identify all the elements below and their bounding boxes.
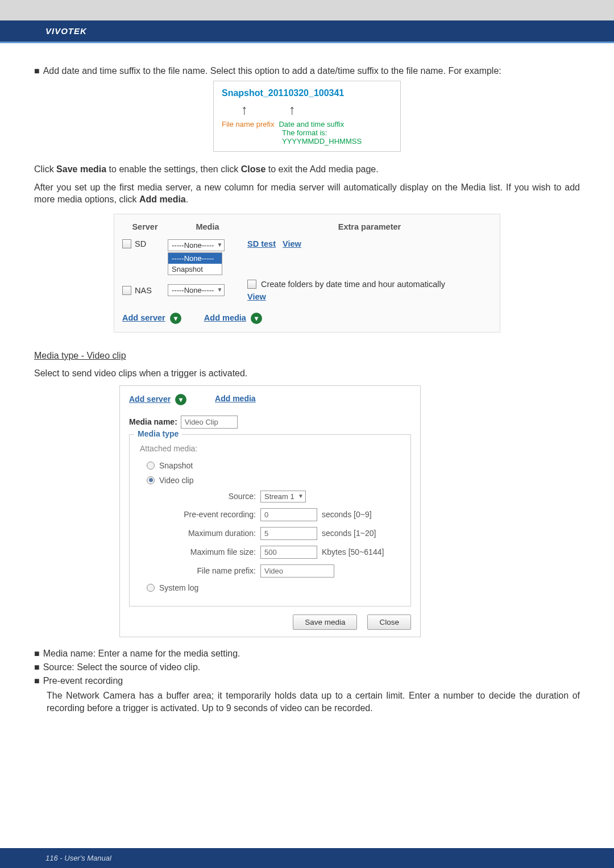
pre-event-input[interactable]: 0 — [260, 508, 317, 521]
bottom-bullet-pre-event: ■ Pre-event recording — [34, 676, 580, 686]
arrow-up-icon: ↑ — [289, 102, 296, 118]
max-duration-input[interactable]: 5 — [260, 527, 317, 540]
chevron-down-icon: ▾ — [170, 313, 181, 324]
filename-legend-suffix: Date and time suffix — [279, 120, 344, 128]
brand-label: VIVOTEK — [45, 26, 87, 36]
example-filename: Snapshot_20110320_100341 — [222, 88, 395, 98]
dropdown-option-none[interactable]: -----None----- — [168, 253, 222, 264]
max-duration-label: Maximum duration: — [171, 529, 256, 538]
media-name-input[interactable]: Video Clip — [181, 416, 238, 429]
media-type-desc: Select to send video clips when a trigge… — [34, 367, 580, 380]
attached-media-label: Attached media: — [140, 444, 404, 453]
sd-test-link[interactable]: SD test — [247, 239, 276, 248]
nas-view-link[interactable]: View — [247, 292, 266, 301]
table-row-nas: NAS -----None----- Create folders by dat… — [122, 277, 492, 304]
radio-video-clip[interactable]: Video clip — [147, 476, 404, 485]
media-type-fieldset: Media type Attached media: Snapshot Vide… — [129, 434, 411, 607]
source-label: Source: — [171, 492, 256, 501]
arrows-row: ↑ ↑ — [222, 102, 395, 118]
square-bullet-icon: ■ — [34, 649, 40, 659]
max-size-hint: Kbytes [50~6144] — [322, 547, 384, 556]
col-header-server: Server — [122, 222, 168, 231]
radio-icon — [147, 476, 155, 484]
bottom-bullet-source: ■ Source: Select the source of video cli… — [34, 662, 580, 672]
max-size-label: Maximum file size: — [171, 547, 256, 556]
nas-media-dropdown[interactable]: -----None----- — [168, 284, 225, 296]
chevron-down-icon: ▾ — [251, 313, 262, 324]
pre-event-description: The Network Camera has a buffer area; it… — [34, 690, 580, 715]
page-header: VIVOTEK — [0, 20, 614, 43]
arrow-up-icon: ↑ — [241, 102, 248, 118]
radio-snapshot[interactable]: Snapshot — [147, 461, 404, 470]
nas-checkbox[interactable] — [122, 286, 131, 295]
create-folders-label: Create folders by date time and hour aut… — [261, 280, 445, 289]
add-media-link[interactable]: Add media ▾ — [204, 313, 262, 324]
media-list-paragraph: After you set up the first media server,… — [34, 181, 580, 206]
square-bullet-icon: ■ — [34, 662, 40, 672]
intro-bullet-text: Add date and time suffix to the file nam… — [43, 66, 501, 76]
add-media-link[interactable]: Add media — [215, 394, 256, 405]
media-type-legend: Media type — [134, 429, 182, 438]
radio-system-log[interactable]: System log — [147, 583, 404, 592]
filename-legend-prefix: File name prefix — [222, 120, 274, 128]
pre-event-hint: seconds [0~9] — [322, 510, 372, 519]
square-bullet-icon: ■ — [34, 66, 40, 76]
media-server-table: Server Media Extra parameter SD -----Non… — [114, 214, 500, 333]
col-header-extra: Extra parameter — [247, 222, 492, 231]
dropdown-option-snapshot[interactable]: Snapshot — [168, 264, 222, 275]
add-server-link[interactable]: Add server ▾ — [129, 394, 186, 405]
media-type-heading: Media type - Video clip — [34, 350, 580, 362]
table-row-sd: SD -----None----- -----None----- Snapsho… — [122, 237, 492, 277]
intro-bullet-row: ■ Add date and time suffix to the file n… — [34, 66, 580, 76]
nas-label: NAS — [135, 286, 152, 295]
add-media-panel: Add server ▾ Add media Media name: Video… — [119, 385, 421, 637]
save-close-paragraph: Click Save media to enable the settings,… — [34, 163, 580, 176]
page-footer: 116 - User's Manual — [0, 848, 614, 868]
filename-format-hint: The format is: YYYYMMDD_HHMMSS — [222, 128, 395, 146]
create-folders-checkbox[interactable] — [247, 280, 256, 289]
sd-media-dropdown[interactable]: -----None----- — [168, 239, 225, 251]
filename-prefix-label: File name prefix: — [171, 566, 256, 575]
col-header-media: Media — [168, 222, 247, 231]
media-name-label: Media name: — [129, 417, 177, 426]
sd-media-dropdown-open[interactable]: -----None----- Snapshot — [168, 252, 222, 275]
source-dropdown[interactable]: Stream 1 — [260, 491, 306, 502]
max-duration-hint: seconds [1~20] — [322, 529, 376, 538]
save-media-button[interactable]: Save media — [293, 614, 357, 630]
add-server-link[interactable]: Add server ▾ — [122, 313, 181, 324]
sd-view-link[interactable]: View — [283, 239, 301, 248]
radio-icon — [147, 584, 155, 592]
sd-label: SD — [135, 239, 146, 248]
square-bullet-icon: ■ — [34, 676, 40, 686]
filename-prefix-input[interactable]: Video — [260, 564, 334, 578]
max-size-input[interactable]: 500 — [260, 546, 317, 559]
radio-icon — [147, 462, 155, 470]
top-gray-bar — [0, 0, 614, 20]
sd-checkbox[interactable] — [122, 239, 131, 248]
close-button[interactable]: Close — [367, 614, 411, 630]
chevron-down-icon: ▾ — [175, 394, 186, 405]
filename-example-box: Snapshot_20110320_100341 ↑ ↑ File name p… — [213, 81, 401, 152]
pre-event-label: Pre-event recording: — [171, 510, 256, 519]
bottom-bullet-media-name: ■ Media name: Enter a name for the media… — [34, 649, 580, 659]
